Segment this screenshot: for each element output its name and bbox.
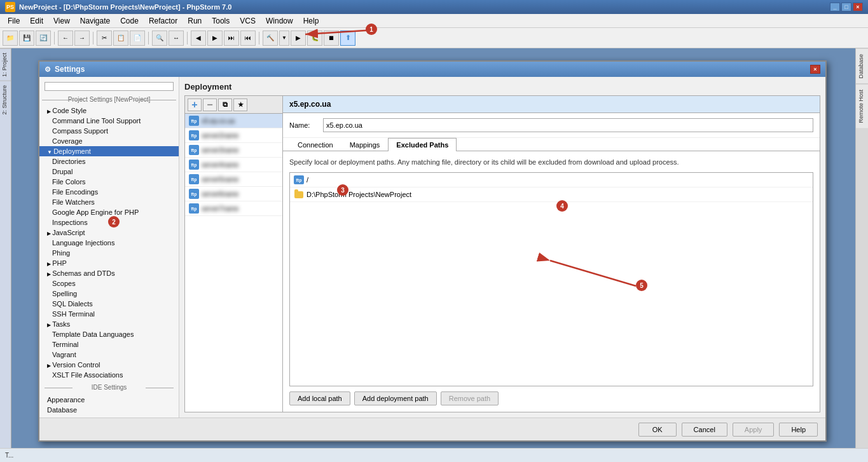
toolbar-nav-fwd[interactable]: ▶ [207, 31, 223, 46]
menu-vcs[interactable]: VCS [235, 15, 261, 27]
toolbar-search[interactable]: 🔍 [152, 31, 167, 46]
toolbar-run[interactable]: ▶ [291, 31, 306, 46]
title-bar: PS NewProject - [D:\PhpStorm Projects\Ne… [0, 0, 868, 14]
toolbar-sep5 [259, 32, 259, 44]
menu-edit[interactable]: Edit [25, 15, 48, 27]
toolbar-nav-back[interactable]: ◀ [191, 31, 206, 46]
toolbar-nav-skip2[interactable]: ⏮ [240, 31, 256, 46]
toolbar-sep2 [93, 32, 93, 44]
close-btn[interactable]: × [853, 3, 863, 11]
toolbar-nav-skip[interactable]: ⏭ [224, 31, 239, 46]
toolbar-sep3 [148, 32, 149, 44]
menu-view[interactable]: View [48, 15, 75, 27]
toolbar-new[interactable]: 📁 [3, 31, 18, 46]
menu-bar: File Edit View Navigate Code Refactor Ru… [0, 14, 868, 28]
toolbar-sep4 [187, 32, 188, 44]
menu-navigate[interactable]: Navigate [75, 15, 115, 27]
menu-window[interactable]: Window [261, 15, 298, 27]
toolbar-build-arrow[interactable]: ▼ [279, 31, 289, 46]
window-title: NewProject - [D:\PhpStorm Projects\NewPr… [19, 3, 231, 11]
toolbar-deploy[interactable]: ⬆ [340, 31, 355, 46]
minimize-btn[interactable]: _ [830, 3, 840, 11]
toolbar-build[interactable]: 🔨 [263, 31, 278, 46]
toolbar-debug[interactable]: 🐛 [307, 31, 322, 46]
toolbar-copy[interactable]: 📋 [113, 31, 128, 46]
menu-refactor[interactable]: Refactor [144, 15, 183, 27]
toolbar-cut[interactable]: ✂ [97, 31, 112, 46]
menu-file[interactable]: File [3, 15, 25, 27]
toolbar: 📁 💾 🔄 ← → ✂ 📋 📄 🔍 ↔ ◀ ▶ ⏭ ⏮ 🔨 ▼ ▶ 🐛 ⏹ ⬆ [0, 28, 868, 48]
toolbar-forward[interactable]: → [74, 31, 90, 46]
toolbar-stop[interactable]: ⏹ [324, 31, 339, 46]
toolbar-paste[interactable]: 📄 [130, 31, 145, 46]
maximize-btn[interactable]: □ [841, 3, 851, 11]
menu-help[interactable]: Help [298, 15, 324, 27]
menu-code[interactable]: Code [115, 15, 144, 27]
toolbar-replace[interactable]: ↔ [169, 31, 184, 46]
menu-tools[interactable]: Tools [207, 15, 235, 27]
toolbar-sync[interactable]: 🔄 [36, 31, 51, 46]
toolbar-sep1 [54, 32, 55, 44]
menu-run[interactable]: Run [183, 15, 207, 27]
toolbar-save[interactable]: 💾 [19, 31, 34, 46]
toolbar-back[interactable]: ← [58, 31, 73, 46]
